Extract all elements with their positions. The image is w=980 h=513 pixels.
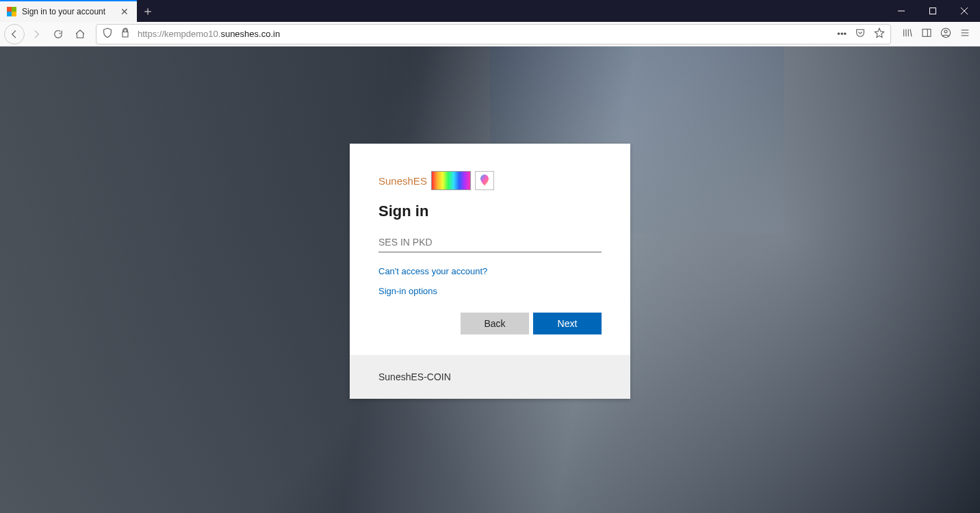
brand-logo-rainbow-icon	[431, 171, 471, 190]
tracking-shield-icon[interactable]	[102, 27, 113, 40]
forward-nav-button[interactable]	[26, 24, 47, 44]
page-content: SuneshES Sign in Can't access your accou…	[0, 47, 980, 513]
username-input[interactable]	[378, 233, 602, 252]
minimize-button[interactable]	[886, 0, 917, 22]
svg-rect-1	[930, 8, 936, 14]
browser-toolbar: https://kempdemo10.suneshes.co.in •••	[0, 22, 980, 47]
address-bar[interactable]: https://kempdemo10.suneshes.co.in •••	[96, 24, 891, 44]
signin-options-link[interactable]: Sign-in options	[378, 286, 602, 296]
tab-title: Sign in to your account	[22, 7, 105, 16]
svg-point-11	[944, 30, 947, 33]
maximize-button[interactable]	[917, 0, 949, 22]
microsoft-favicon	[7, 7, 16, 16]
lock-icon[interactable]	[120, 27, 131, 40]
tab-close-button[interactable]: ✕	[118, 6, 131, 17]
brand-label: SuneshES	[378, 175, 427, 187]
close-window-button[interactable]	[949, 0, 980, 22]
signin-card: SuneshES Sign in Can't access your accou…	[350, 144, 630, 399]
url-text: https://kempdemo10.suneshes.co.in	[138, 29, 830, 39]
cant-access-link[interactable]: Can't access your account?	[378, 266, 602, 276]
page-actions-icon[interactable]: •••	[837, 29, 847, 39]
url-prefix: https://kempdemo10.	[138, 29, 220, 39]
menu-icon[interactable]	[959, 27, 970, 41]
library-icon[interactable]	[902, 27, 913, 41]
back-nav-button[interactable]	[4, 24, 25, 44]
next-button[interactable]: Next	[533, 313, 602, 334]
bookmark-star-icon[interactable]	[874, 27, 885, 40]
signin-footer: SuneshES-COIN	[350, 355, 630, 399]
svg-rect-8	[923, 29, 931, 36]
sidebar-icon[interactable]	[921, 27, 932, 41]
window-controls	[886, 0, 980, 22]
account-icon[interactable]	[940, 27, 951, 41]
svg-line-7	[910, 29, 912, 36]
browser-tab[interactable]: Sign in to your account ✕	[0, 0, 137, 22]
home-button[interactable]	[70, 24, 90, 44]
pocket-icon[interactable]	[855, 27, 866, 40]
reload-button[interactable]	[48, 24, 68, 44]
back-button[interactable]: Back	[461, 313, 529, 334]
titlebar: Sign in to your account ✕ ＋	[0, 0, 980, 22]
brand-logo-balloon-icon	[475, 171, 494, 190]
signin-heading: Sign in	[378, 202, 602, 220]
url-host: suneshes.co.in	[220, 29, 280, 39]
brand-row: SuneshES	[378, 171, 602, 190]
new-tab-button[interactable]: ＋	[137, 0, 159, 22]
